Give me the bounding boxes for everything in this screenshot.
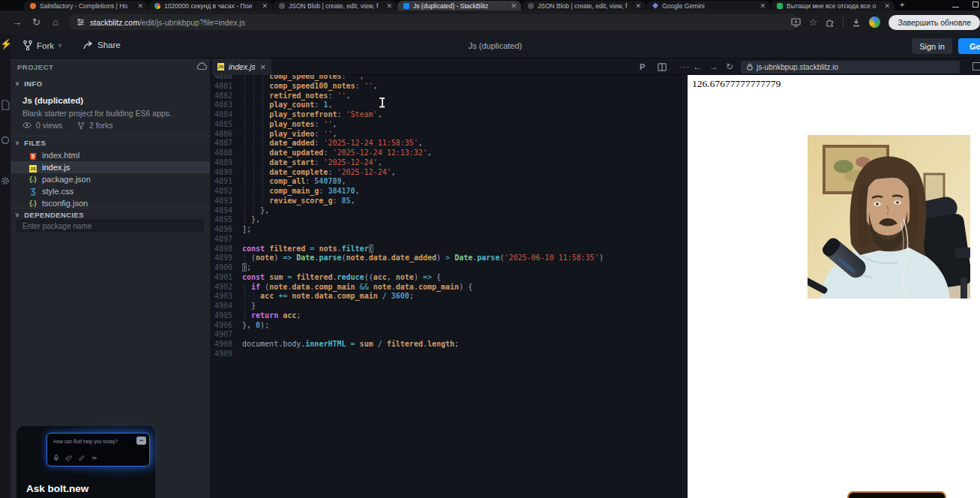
more-options-icon[interactable]: ··· — [679, 62, 690, 71]
line-number: 4890 — [210, 168, 232, 178]
code-line[interactable]: 4897 — [210, 235, 681, 244]
file-row-package-json[interactable]: {.} package.json — [10, 173, 210, 185]
browser-tab-search[interactable]: 1020000 секунд в часах - Пои ✕ — [148, 1, 272, 10]
code-line[interactable]: 4902│ if (note.data.comp_main && note.da… — [210, 283, 681, 292]
code-line[interactable]: 4906}, 0); — [210, 321, 681, 331]
code-line[interactable]: 4909 — [210, 350, 681, 359]
browser-tab-satisfactory[interactable]: Satisfactory - Completions | Ho ✕ — [24, 1, 148, 10]
cloud-download-icon[interactable] — [196, 62, 207, 70]
close-tab-icon[interactable]: ✕ — [884, 2, 890, 10]
bolt-widget[interactable]: How can Bolt help you today? − ≫ Ask bol… — [16, 426, 155, 498]
bookmark-star-icon[interactable]: ☆ — [809, 17, 818, 27]
browser-tab-jsonblob-2[interactable]: JSON Blob | create, edit, view, f ✕ — [522, 1, 646, 10]
extensions-icon[interactable] — [826, 18, 835, 27]
close-tab-icon[interactable]: ✕ — [635, 2, 641, 10]
code-line[interactable]: 4903│ │ acc += note.data.comp_main / 360… — [210, 292, 681, 302]
send-to-device-icon[interactable] — [791, 18, 801, 27]
prettier-icon[interactable]: P — [640, 62, 645, 71]
reload-icon[interactable]: ↻ — [32, 17, 40, 27]
code-line[interactable]: 4882│ │ │ retired_notes: '', — [210, 92, 681, 101]
close-tab-icon[interactable]: ✕ — [760, 2, 766, 10]
code-line[interactable]: 4883│ │ │ play_count: 1, — [210, 100, 681, 110]
pencil-icon[interactable] — [79, 454, 85, 461]
code-line[interactable]: 4890│ │ │ date_complete: '2025-12-24', — [210, 168, 681, 178]
home-icon[interactable]: ⌂ — [52, 17, 58, 27]
project-title: Js (duplicated) — [469, 41, 523, 50]
code-line[interactable]: 4891│ │ │ comp_all: 540789, — [210, 177, 681, 187]
profile-avatar[interactable] — [869, 16, 880, 28]
forward-icon[interactable]: → — [12, 17, 22, 27]
fork-button[interactable]: Fork ∨ — [22, 40, 62, 51]
split-view-icon[interactable] — [658, 63, 667, 71]
code-line[interactable]: 4886│ │ │ play_video: '', — [210, 130, 681, 140]
preview-pane[interactable]: 126.67677777777779 — [688, 75, 980, 498]
share-button[interactable]: Share — [82, 40, 121, 50]
file-row-index-html[interactable]: 5 index.html — [10, 149, 210, 161]
dependencies-section-header[interactable]: ∨ DEPENDENCIES — [10, 208, 210, 219]
line-number: 4897 — [210, 235, 232, 244]
code-line[interactable]: 4892│ │ │ comp_main_g: 384170, — [210, 187, 681, 196]
code-line[interactable]: 4884│ │ │ play_storefront: 'Steam', — [210, 110, 681, 120]
file-name: tsconfig.json — [42, 199, 88, 208]
file-row-index-js[interactable]: JS index.js — [10, 161, 210, 173]
files-section-header[interactable]: ∨ FILES — [10, 136, 210, 147]
minimize-window-icon[interactable] — [952, 1, 959, 8]
attach-icon[interactable] — [66, 454, 72, 461]
close-tab-icon[interactable]: ✕ — [386, 2, 392, 10]
line-number: 4887 — [210, 139, 232, 148]
get-started-button[interactable]: Get started — [958, 38, 980, 54]
settings-gear-icon[interactable] — [1, 176, 10, 185]
finish-update-button[interactable]: Завершить обновле — [889, 15, 980, 30]
code-line[interactable]: 4895│ }, — [210, 215, 681, 225]
sign-in-button[interactable]: Sign in — [912, 38, 952, 54]
minimize-icon[interactable]: − — [136, 436, 146, 445]
preview-address-bar[interactable]: js-ubnkbpup.stackblitz.io — [741, 61, 960, 74]
editor-scrollbar[interactable] — [681, 75, 688, 498]
info-section-header[interactable]: ∨ INFO — [10, 80, 210, 88]
microphone-icon[interactable] — [53, 454, 59, 461]
close-tab-icon[interactable]: ✕ — [262, 2, 268, 10]
file-name: index.js — [42, 163, 70, 172]
address-bar[interactable]: stackblitz.com/edit/js-ubnkbpup?file=ind… — [69, 14, 799, 30]
code-line[interactable]: 4888│ │ │ date_updated: '2025-12-24 12:1… — [210, 148, 681, 158]
code-line[interactable]: 4901const sum = filtered.reduce((acc, no… — [210, 273, 681, 283]
code-line[interactable]: 4898const filtered = nots.filter( — [210, 244, 681, 254]
close-tab-icon[interactable]: ✕ — [511, 2, 517, 10]
code-line[interactable]: 4896]; — [210, 225, 681, 235]
close-tab-icon[interactable]: ✕ — [260, 63, 266, 71]
code-line[interactable]: 4905│ return acc; — [210, 311, 681, 321]
project-file-icon[interactable] — [1, 100, 10, 110]
code-line[interactable]: 4908document.body.innerHTML = sum / filt… — [210, 340, 681, 350]
site-settings-icon[interactable] — [76, 18, 85, 26]
code-line[interactable]: 4894│ │ }, — [210, 206, 681, 216]
browser-tab-jsonblob-1[interactable]: JSON Blob | create, edit, view, f ✕ — [273, 1, 397, 10]
code-line[interactable]: 4885│ │ │ play_notes: '', — [210, 120, 681, 130]
code-line[interactable]: 4900); — [210, 263, 681, 273]
browser-tab-gemini[interactable]: Google Gemini ✕ — [646, 1, 770, 10]
bolt-prompt-input[interactable]: How can Bolt help you today? − ≫ — [46, 433, 150, 466]
code-line[interactable]: 4899│ (note) => Date.parse(note.data.dat… — [210, 254, 681, 263]
refresh-icon[interactable]: ↻ — [726, 62, 733, 72]
browser-tab-green-app[interactable]: Вытащи мне все отсюда все о ✕ — [771, 1, 895, 10]
code-line[interactable]: 4889│ │ │ date_start: '2025-12-24', — [210, 158, 681, 168]
restore-window-icon[interactable] — [973, 2, 979, 8]
send-chevrons-icon[interactable]: ≫ — [91, 455, 97, 461]
code-line[interactable]: 4881│ │ │ comp_speed100_notes: '', — [210, 82, 681, 92]
downloads-icon[interactable] — [852, 18, 861, 27]
close-tab-icon[interactable]: ✕ — [137, 2, 143, 10]
editor-tab-index-js[interactable]: JS index.js ✕ — [212, 58, 271, 75]
code-line[interactable]: 4904│ } — [210, 302, 681, 311]
code-area: 4880│ │ │ comp_speed_notes: '',4881│ │ │… — [210, 72, 681, 498]
code-line[interactable]: 4893│ │ │ review_score_g: 85, — [210, 196, 681, 206]
forward-icon[interactable]: → — [709, 62, 718, 72]
ask-bolt-link[interactable]: Ask bolt.new — [26, 483, 88, 494]
back-icon[interactable]: ← — [693, 62, 702, 72]
dependency-search-input[interactable]: Enter package name — [16, 220, 204, 232]
code-line[interactable]: 4887│ │ │ date_added: '2025-12-24 11:58:… — [210, 139, 681, 148]
new-tab-button[interactable]: + — [900, 1, 904, 9]
file-row-style-css[interactable]: Ʒ style.css — [10, 185, 210, 197]
code-line[interactable]: 4907 — [210, 330, 681, 340]
search-circle-icon[interactable] — [1, 136, 10, 145]
browser-tab-stackblitz[interactable]: Js (duplicated) - StackBlitz ✕ — [397, 1, 521, 10]
open-in-new-window-icon[interactable] — [973, 62, 980, 70]
